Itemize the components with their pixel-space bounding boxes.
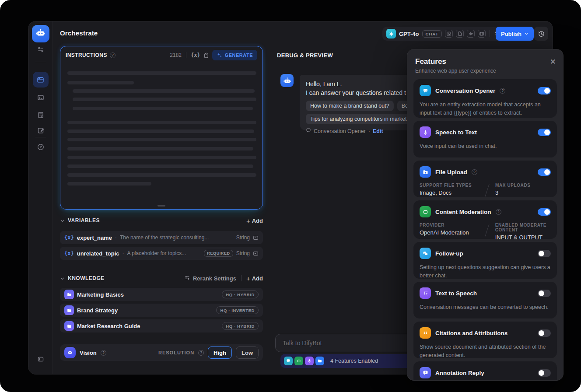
help-icon[interactable]: ? — [110, 52, 116, 58]
variable-description: The name of the strategic consulting... — [120, 234, 233, 241]
skeleton-line — [73, 98, 256, 101]
edit-link[interactable]: Edit — [373, 128, 383, 134]
feature-toggle[interactable] — [538, 250, 551, 257]
knowledge-row[interactable]: Marketing Basics HQ · HYBRID — [60, 288, 263, 301]
follow-up-icon — [420, 248, 431, 259]
feature-name: Follow-up — [435, 250, 463, 257]
close-icon[interactable]: ✕ — [550, 58, 556, 66]
sidebar-item-orchestrate[interactable] — [33, 72, 49, 88]
rerank-settings-button[interactable]: Rerank Settings — [184, 275, 236, 282]
spec-value: INPUT & OUTPUT — [495, 234, 551, 241]
sidebar-item-logs[interactable] — [33, 107, 49, 123]
model-params-icon[interactable] — [33, 42, 49, 57]
skeleton-line — [73, 89, 255, 93]
variable-row[interactable]: {x} unrelated_topic · A placeholder for … — [60, 247, 263, 260]
field-type-icon[interactable] — [253, 235, 259, 241]
divider — [186, 52, 186, 58]
feature-toggle[interactable] — [538, 87, 551, 94]
help-icon[interactable]: ? — [500, 88, 505, 94]
sidebar-item-monitoring[interactable] — [33, 139, 49, 155]
sidebar-item-annotations[interactable] — [33, 122, 49, 138]
help-icon[interactable]: ? — [496, 209, 501, 215]
debug-preview-title: DEBUG & PREVIEW — [277, 52, 333, 59]
chat-bubble-icon — [306, 128, 311, 134]
folder-icon — [64, 305, 74, 315]
knowledge-row[interactable]: Market Research Guide HQ · HYBRID — [60, 319, 263, 332]
feature-toggle[interactable] — [538, 290, 551, 297]
knowledge-row[interactable]: Brand Strategy HQ · INVERTED — [60, 304, 263, 317]
instructions-title: INSTRUCTIONS — [66, 52, 107, 58]
resize-handle[interactable] — [158, 205, 165, 206]
add-knowledge-button[interactable]: +Add — [246, 275, 263, 282]
feature-name: Content Moderation — [435, 209, 491, 215]
video-capability-icon — [478, 30, 486, 38]
knowledge-header: KNOWLEDGE Rerank Settings +Add — [60, 273, 263, 283]
conversation-opener-icon — [420, 85, 431, 96]
add-variable-button[interactable]: +Add — [246, 217, 263, 224]
plus-icon: + — [246, 217, 250, 224]
feature-toggle[interactable] — [538, 129, 551, 136]
rail-divider — [35, 62, 46, 62]
features-enabled-label: 4 Features Enabled — [330, 358, 378, 364]
divider — [490, 30, 490, 37]
chevron-down-icon[interactable] — [60, 218, 65, 223]
feature-toggle[interactable] — [538, 168, 551, 176]
dot-separator: · — [122, 250, 124, 256]
add-label: Add — [252, 217, 263, 224]
text-to-speech-icon — [420, 287, 431, 299]
instructions-panel[interactable]: INSTRUCTIONS ? 2182 {x} GENERATE — [60, 46, 263, 210]
help-icon[interactable]: ? — [101, 350, 106, 356]
suggestion-chip[interactable]: How to make a brand stand out? — [306, 101, 394, 111]
moderation-mini-icon — [294, 357, 303, 365]
required-badge: REQUIRED — [204, 250, 233, 257]
variable-type: String — [236, 234, 250, 241]
feature-toggle[interactable] — [538, 208, 551, 216]
help-icon[interactable]: ? — [198, 350, 204, 356]
variable-row[interactable]: {x} expert_name · The name of the strate… — [60, 231, 263, 244]
robot-icon — [35, 28, 46, 40]
knowledge-badge: HQ · INVERTED — [216, 306, 259, 314]
feature-name: Citations and Attributions — [435, 330, 508, 336]
feature-card-follow-up: Follow-up Setting up next questions sugg… — [413, 242, 557, 279]
help-icon[interactable]: ? — [472, 169, 477, 175]
feature-toggle[interactable] — [538, 329, 551, 337]
feature-description: Show source document and attributed sect… — [420, 343, 551, 360]
insert-variable-button[interactable]: {x} — [191, 52, 200, 58]
feature-card-text-to-speech: Text to Speech Conversation messages can… — [413, 282, 557, 318]
folder-icon — [64, 290, 74, 299]
suggestion-chip[interactable]: Tips for analyzing competitors in market — [306, 114, 411, 124]
sidebar-item-terminal[interactable] — [33, 90, 49, 105]
chevron-down-icon — [524, 31, 528, 37]
divider — [485, 224, 489, 237]
feature-card-conversation-opener: Conversation Opener ? You are an entity … — [413, 79, 557, 118]
rail-divider — [35, 137, 46, 137]
divider — [492, 28, 492, 39]
variables-header: VARIABLES +Add — [60, 216, 263, 225]
generate-button[interactable]: GENERATE — [212, 50, 257, 60]
feature-card-content-moderation: Content Moderation ? PROVIDEROpenAI Mode… — [413, 200, 557, 239]
field-type-icon[interactable] — [253, 251, 259, 256]
resolution-low-button[interactable]: Low — [236, 346, 259, 359]
feature-description: You are an entity extraction model that … — [420, 101, 551, 117]
mic-mini-icon — [305, 357, 314, 365]
resolution-high-button[interactable]: High — [208, 346, 232, 359]
app-avatar[interactable] — [32, 25, 49, 42]
feature-toggle[interactable] — [538, 369, 551, 377]
clipboard-icon[interactable] — [203, 52, 210, 59]
variables-title: VARIABLES — [68, 217, 100, 224]
publish-button[interactable]: Publish — [496, 27, 534, 41]
model-name: GPT-4o — [399, 31, 419, 37]
opener-label: Conversation Opener — [314, 128, 366, 134]
collapse-sidebar-icon[interactable] — [33, 351, 49, 367]
skeleton-line — [67, 173, 256, 177]
chevron-down-icon[interactable] — [60, 276, 65, 281]
spec-value: Image, Docs — [420, 189, 479, 196]
bot-avatar — [280, 74, 294, 87]
dot-separator: · — [115, 234, 117, 241]
features-panel-header: Features Enhance web app user experience… — [407, 49, 563, 74]
variable-token: {x} — [64, 234, 74, 241]
model-selector[interactable]: GPT-4o CHAT — [382, 27, 505, 41]
mic-icon — [420, 126, 431, 138]
generate-label: GENERATE — [225, 52, 253, 58]
history-button[interactable] — [534, 27, 548, 41]
